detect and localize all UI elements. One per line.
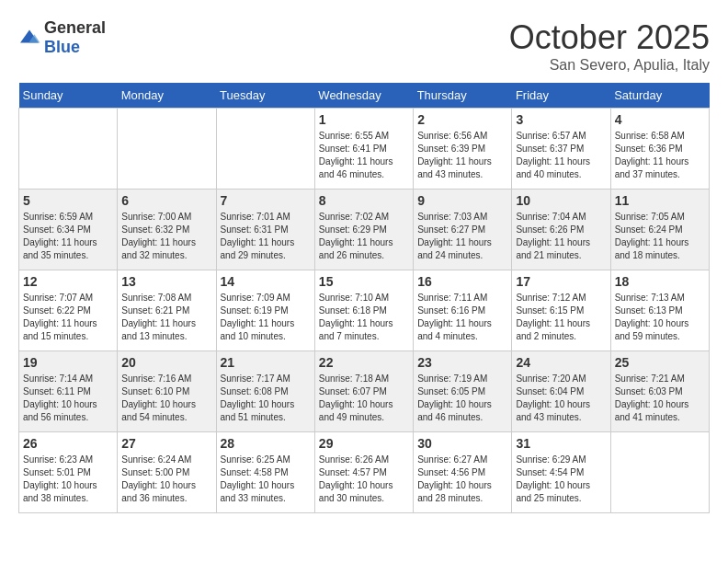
day-number: 26 xyxy=(23,436,113,451)
day-number: 14 xyxy=(221,274,311,289)
day-number: 24 xyxy=(516,355,606,370)
weekday-header-wednesday: Wednesday xyxy=(314,83,413,109)
day-info: Sunrise: 6:55 AM Sunset: 6:41 PM Dayligh… xyxy=(319,130,409,181)
day-cell: 6Sunrise: 7:00 AM Sunset: 6:32 PM Daylig… xyxy=(118,190,216,270)
day-info: Sunrise: 6:58 AM Sunset: 6:36 PM Dayligh… xyxy=(615,130,705,181)
day-number: 8 xyxy=(319,193,409,208)
weekday-header-monday: Monday xyxy=(118,83,216,109)
day-cell: 15Sunrise: 7:10 AM Sunset: 6:18 PM Dayli… xyxy=(314,270,413,351)
day-cell: 28Sunrise: 6:25 AM Sunset: 4:58 PM Dayli… xyxy=(216,432,314,513)
day-info: Sunrise: 7:11 AM Sunset: 6:16 PM Dayligh… xyxy=(417,292,507,343)
day-number: 4 xyxy=(615,112,705,127)
weekday-header-sunday: Sunday xyxy=(19,83,118,109)
logo: General Blue xyxy=(18,18,106,57)
day-cell: 14Sunrise: 7:09 AM Sunset: 6:19 PM Dayli… xyxy=(216,270,314,351)
day-cell xyxy=(118,109,216,190)
day-number: 16 xyxy=(417,274,507,289)
day-number: 1 xyxy=(319,112,409,127)
day-number: 15 xyxy=(319,274,409,289)
day-number: 20 xyxy=(121,355,211,370)
day-cell: 18Sunrise: 7:13 AM Sunset: 6:13 PM Dayli… xyxy=(610,270,709,351)
weekday-header-row: SundayMondayTuesdayWednesdayThursdayFrid… xyxy=(19,83,710,109)
day-number: 29 xyxy=(319,436,409,451)
day-info: Sunrise: 6:27 AM Sunset: 4:56 PM Dayligh… xyxy=(417,454,507,505)
day-cell: 9Sunrise: 7:03 AM Sunset: 6:27 PM Daylig… xyxy=(414,190,512,270)
day-number: 23 xyxy=(417,355,507,370)
month-title: October 2025 xyxy=(509,18,710,57)
day-info: Sunrise: 7:21 AM Sunset: 6:03 PM Dayligh… xyxy=(615,373,705,424)
day-cell xyxy=(216,109,314,190)
day-info: Sunrise: 7:12 AM Sunset: 6:15 PM Dayligh… xyxy=(516,292,606,343)
day-number: 9 xyxy=(417,193,507,208)
day-cell: 5Sunrise: 6:59 AM Sunset: 6:34 PM Daylig… xyxy=(19,190,118,270)
day-cell: 24Sunrise: 7:20 AM Sunset: 6:04 PM Dayli… xyxy=(512,351,610,432)
day-cell: 7Sunrise: 7:01 AM Sunset: 6:31 PM Daylig… xyxy=(216,190,314,270)
day-info: Sunrise: 7:01 AM Sunset: 6:31 PM Dayligh… xyxy=(221,211,311,262)
day-number: 11 xyxy=(615,193,705,208)
day-number: 17 xyxy=(516,274,606,289)
day-info: Sunrise: 7:13 AM Sunset: 6:13 PM Dayligh… xyxy=(615,292,705,343)
day-cell: 12Sunrise: 7:07 AM Sunset: 6:22 PM Dayli… xyxy=(19,270,118,351)
logo-general-text: General xyxy=(44,18,106,37)
day-info: Sunrise: 6:25 AM Sunset: 4:58 PM Dayligh… xyxy=(221,454,311,505)
day-number: 7 xyxy=(221,193,311,208)
day-cell: 21Sunrise: 7:17 AM Sunset: 6:08 PM Dayli… xyxy=(216,351,314,432)
day-number: 13 xyxy=(121,274,211,289)
day-number: 3 xyxy=(516,112,606,127)
day-cell: 19Sunrise: 7:14 AM Sunset: 6:11 PM Dayli… xyxy=(19,351,118,432)
day-cell: 26Sunrise: 6:23 AM Sunset: 5:01 PM Dayli… xyxy=(19,432,118,513)
day-cell: 16Sunrise: 7:11 AM Sunset: 6:16 PM Dayli… xyxy=(414,270,512,351)
logo-icon xyxy=(18,29,40,47)
day-number: 2 xyxy=(417,112,507,127)
title-area: October 2025 San Severo, Apulia, Italy xyxy=(509,18,710,74)
logo-blue-text: Blue xyxy=(44,38,80,56)
day-info: Sunrise: 7:08 AM Sunset: 6:21 PM Dayligh… xyxy=(121,292,211,343)
weekday-header-saturday: Saturday xyxy=(610,83,709,109)
day-info: Sunrise: 6:29 AM Sunset: 4:54 PM Dayligh… xyxy=(516,454,606,505)
day-number: 22 xyxy=(319,355,409,370)
week-row-2: 5Sunrise: 6:59 AM Sunset: 6:34 PM Daylig… xyxy=(19,190,710,270)
weekday-header-tuesday: Tuesday xyxy=(216,83,314,109)
day-cell: 25Sunrise: 7:21 AM Sunset: 6:03 PM Dayli… xyxy=(610,351,709,432)
day-info: Sunrise: 7:10 AM Sunset: 6:18 PM Dayligh… xyxy=(319,292,409,343)
week-row-1: 1Sunrise: 6:55 AM Sunset: 6:41 PM Daylig… xyxy=(19,109,710,190)
day-cell: 3Sunrise: 6:57 AM Sunset: 6:37 PM Daylig… xyxy=(512,109,610,190)
day-info: Sunrise: 7:07 AM Sunset: 6:22 PM Dayligh… xyxy=(23,292,113,343)
subtitle: San Severo, Apulia, Italy xyxy=(509,57,710,74)
day-info: Sunrise: 7:16 AM Sunset: 6:10 PM Dayligh… xyxy=(121,373,211,424)
day-info: Sunrise: 6:23 AM Sunset: 5:01 PM Dayligh… xyxy=(23,454,113,505)
day-number: 27 xyxy=(121,436,211,451)
day-number: 30 xyxy=(417,436,507,451)
day-cell: 2Sunrise: 6:56 AM Sunset: 6:39 PM Daylig… xyxy=(414,109,512,190)
day-number: 19 xyxy=(23,355,113,370)
day-info: Sunrise: 6:26 AM Sunset: 4:57 PM Dayligh… xyxy=(319,454,409,505)
day-info: Sunrise: 7:03 AM Sunset: 6:27 PM Dayligh… xyxy=(417,211,507,262)
day-cell: 10Sunrise: 7:04 AM Sunset: 6:26 PM Dayli… xyxy=(512,190,610,270)
calendar-table: SundayMondayTuesdayWednesdayThursdayFrid… xyxy=(18,83,710,513)
day-number: 25 xyxy=(615,355,705,370)
day-info: Sunrise: 7:20 AM Sunset: 6:04 PM Dayligh… xyxy=(516,373,606,424)
day-info: Sunrise: 7:00 AM Sunset: 6:32 PM Dayligh… xyxy=(121,211,211,262)
day-info: Sunrise: 6:59 AM Sunset: 6:34 PM Dayligh… xyxy=(23,211,113,262)
day-number: 5 xyxy=(23,193,113,208)
week-row-3: 12Sunrise: 7:07 AM Sunset: 6:22 PM Dayli… xyxy=(19,270,710,351)
day-number: 12 xyxy=(23,274,113,289)
day-info: Sunrise: 7:14 AM Sunset: 6:11 PM Dayligh… xyxy=(23,373,113,424)
day-cell: 23Sunrise: 7:19 AM Sunset: 6:05 PM Dayli… xyxy=(414,351,512,432)
day-info: Sunrise: 6:56 AM Sunset: 6:39 PM Dayligh… xyxy=(417,130,507,181)
day-cell: 4Sunrise: 6:58 AM Sunset: 6:36 PM Daylig… xyxy=(610,109,709,190)
day-number: 21 xyxy=(221,355,311,370)
day-cell: 27Sunrise: 6:24 AM Sunset: 5:00 PM Dayli… xyxy=(118,432,216,513)
day-info: Sunrise: 6:57 AM Sunset: 6:37 PM Dayligh… xyxy=(516,130,606,181)
day-cell: 17Sunrise: 7:12 AM Sunset: 6:15 PM Dayli… xyxy=(512,270,610,351)
weekday-header-thursday: Thursday xyxy=(414,83,512,109)
day-info: Sunrise: 7:19 AM Sunset: 6:05 PM Dayligh… xyxy=(417,373,507,424)
weekday-header-friday: Friday xyxy=(512,83,610,109)
day-info: Sunrise: 7:02 AM Sunset: 6:29 PM Dayligh… xyxy=(319,211,409,262)
day-number: 31 xyxy=(516,436,606,451)
day-cell: 8Sunrise: 7:02 AM Sunset: 6:29 PM Daylig… xyxy=(314,190,413,270)
day-cell: 31Sunrise: 6:29 AM Sunset: 4:54 PM Dayli… xyxy=(512,432,610,513)
day-info: Sunrise: 7:18 AM Sunset: 6:07 PM Dayligh… xyxy=(319,373,409,424)
day-info: Sunrise: 7:17 AM Sunset: 6:08 PM Dayligh… xyxy=(221,373,311,424)
header: General Blue October 2025 San Severo, Ap… xyxy=(18,18,710,74)
